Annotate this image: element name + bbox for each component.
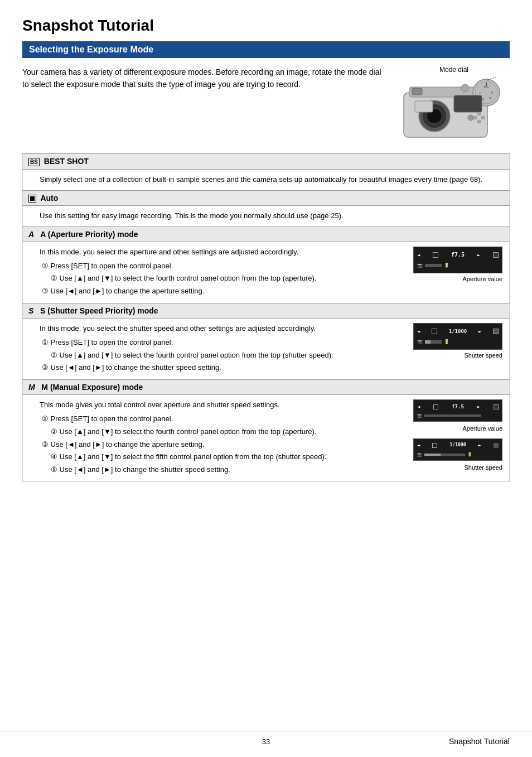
manual-description: This mode gives you total control over a…	[40, 401, 280, 409]
svg-point-20	[473, 116, 477, 119]
shutter-screen-row1: ◄ 1/1000 ►	[417, 327, 499, 335]
manual-letter: M	[28, 383, 35, 392]
shutter-description: In this mode, you select the shutter spe…	[40, 324, 316, 332]
mode-aperture-header: A A (Aperture Priority) mode	[23, 226, 510, 242]
camera-diagram: Mode dial BS A S M □	[398, 66, 510, 140]
ma-value: f7.5	[452, 403, 464, 411]
aperture-screen: ◄ f7.5 ► 📷 🔋	[413, 247, 502, 273]
auto-description: Use this setting for easy image recordin…	[40, 211, 344, 220]
auto-content: Use this setting for easy image recordin…	[23, 206, 510, 227]
mode-manual-header: M M (Manual Exposure) mode	[23, 380, 510, 395]
manual-shutter-row1: ◄ 1/1000 ►	[417, 441, 499, 449]
ma-box	[433, 404, 438, 409]
list-item: ④ Use [▲] and [▼] to select the fifth co…	[42, 451, 402, 463]
mode-bestshot-header: BS BEST SHOT	[23, 154, 510, 170]
manual-image-col: ◄ f7.5 ► 📷 Aperture value	[408, 399, 502, 477]
svg-rect-14	[412, 88, 422, 95]
table-row: In this mode, you select the aperture an…	[23, 242, 510, 303]
shutter-camera-icon: 📷	[417, 339, 423, 346]
shutter-left-bracket: ◄	[417, 327, 420, 335]
footer-section-name: Snapshot Tutorial	[347, 737, 510, 746]
list-item: ③ Use [◄] and [►] to change the aperture…	[42, 286, 402, 297]
manual-steps: ① Press [SET] to open the control panel.…	[40, 413, 402, 476]
aperture-image-col: ◄ f7.5 ► 📷 🔋	[408, 247, 502, 298]
bestshot-label: BEST SHOT	[44, 157, 89, 166]
shutter-image-col: ◄ 1/1000 ► 📷 🔋	[408, 323, 502, 375]
ma-right: ►	[477, 403, 480, 411]
table-row: Simply select one of a collection of bui…	[23, 170, 510, 191]
svg-rect-16	[415, 101, 433, 112]
shutter-text: In this mode, you select the shutter spe…	[40, 323, 402, 375]
aperture-bar	[425, 264, 442, 267]
list-item: ① Press [SET] to open the control panel.	[42, 413, 402, 425]
manual-shutter-row2: 📷 🔋	[417, 451, 499, 457]
svg-line-22	[487, 77, 496, 80]
ma-left: ◄	[417, 403, 420, 411]
svg-point-21	[481, 116, 485, 119]
svg-point-19	[477, 120, 481, 123]
ma-end	[494, 404, 499, 409]
ms-cam: 📷	[417, 451, 422, 457]
shutter-steps: ① Press [SET] to open the control panel.…	[40, 337, 402, 374]
bestshot-description: Simply select one of a collection of bui…	[40, 175, 482, 184]
ma-cam: 📷	[417, 412, 422, 418]
shutter-screen: ◄ 1/1000 ► 📷 🔋	[413, 323, 502, 350]
ms-box	[432, 443, 437, 448]
page-footer: 33 Snapshot Tutorial	[0, 731, 532, 746]
list-item: ① Press [SET] to open the control panel.	[42, 337, 402, 349]
aperture-camera-icon: 📷	[417, 262, 423, 269]
list-item: ① Press [SET] to open the control panel.	[42, 261, 402, 272]
aperture-content: In this mode, you select the aperture an…	[23, 242, 510, 303]
svg-text:□: □	[479, 91, 481, 95]
table-row: Auto	[23, 190, 510, 205]
svg-point-17	[468, 115, 473, 120]
shutter-right-bracket: ►	[478, 327, 481, 335]
shutter-letter: S	[28, 306, 33, 315]
camera-illustration: BS A S M □	[398, 76, 510, 140]
shutter-content: In this mode, you select the shutter spe…	[23, 319, 510, 380]
manual-aperture-screen: ◄ f7.5 ► 📷	[413, 399, 502, 422]
auto-label: Auto	[40, 194, 58, 202]
manual-label: M (Manual Exposure) mode	[41, 383, 143, 392]
aperture-letter: A	[28, 230, 34, 239]
shutter-image-label: Shutter speed	[465, 351, 503, 361]
list-item: ③ Use [◄] and [►] to change the shutter …	[42, 362, 402, 374]
list-item: ② Use [▲] and [▼] to select the fourth c…	[42, 426, 402, 438]
aperture-text: In this mode, you select the aperture an…	[40, 247, 402, 298]
manual-aperture-row1: ◄ f7.5 ►	[417, 403, 499, 411]
shutter-end-box	[493, 329, 499, 334]
aperture-battery: 🔋	[444, 262, 449, 269]
list-item: ② Use [▲] and [▼] to select the fourth c…	[42, 273, 402, 285]
aperture-end-box	[493, 252, 499, 258]
manual-content: This mode gives you total control over a…	[23, 395, 510, 482]
shutter-bar	[425, 340, 442, 344]
table-row: In this mode, you select the shutter spe…	[23, 319, 510, 380]
auto-icon	[28, 195, 36, 202]
section-header: Selecting the Exposure Mode	[22, 41, 510, 58]
aperture-label: A (Aperture Priority) mode	[40, 230, 138, 239]
list-item: ③ Use [◄] and [►] to change the aperture…	[42, 439, 402, 451]
aperture-description: In this mode, you select the aperture an…	[40, 248, 298, 256]
manual-shutter-label: Shutter speed	[465, 463, 503, 473]
manual-aperture-label: Aperture value	[462, 424, 502, 434]
shutter-screen-row2: 📷 🔋	[417, 339, 499, 346]
list-item: ⑤ Use [◄] and [►] to change the shutter …	[42, 464, 402, 476]
modes-table: BS BEST SHOT Simply select one of a coll…	[22, 153, 510, 482]
aperture-box-icon	[433, 252, 438, 258]
ms-value: 1/1000	[450, 442, 466, 449]
shutter-content-with-image: In this mode, you select the shutter spe…	[40, 323, 502, 375]
table-row: A A (Aperture Priority) mode	[23, 226, 510, 242]
table-row: Use this setting for easy image recordin…	[23, 206, 510, 227]
shutter-box-icon	[432, 329, 437, 334]
svg-point-18	[477, 112, 481, 115]
ms-end	[494, 443, 499, 448]
aperture-right-bracket: ►	[477, 251, 480, 259]
bestshot-content: Simply select one of a collection of bui…	[23, 170, 510, 191]
bs-icon: BS	[28, 158, 40, 166]
aperture-image-label: Aperture value	[462, 274, 502, 285]
manual-shutter-screen: ◄ 1/1000 ► 📷 🔋	[413, 438, 502, 461]
ms-right: ►	[478, 441, 481, 449]
table-row: S S (Shutter Speed Priority) mode	[23, 303, 510, 319]
aperture-value: f7.5	[451, 250, 465, 259]
ma-bar	[424, 414, 481, 417]
